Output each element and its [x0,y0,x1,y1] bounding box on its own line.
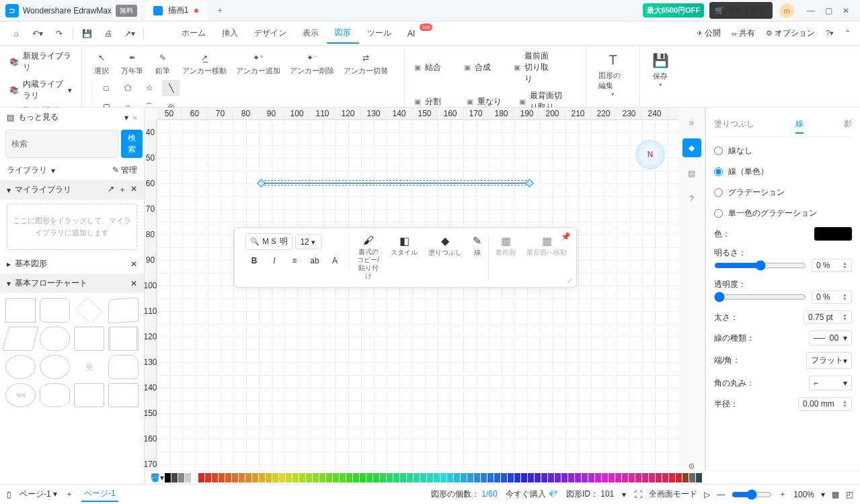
color-swatch[interactable] [588,473,594,482]
opt-noline[interactable]: 線なし [714,144,852,158]
menu-ai[interactable]: AIhot [399,25,423,42]
shape-item[interactable] [5,355,36,379]
color-swatch[interactable] [414,473,420,482]
color-swatch[interactable] [171,473,178,482]
color-swatch[interactable] [340,473,346,482]
help-panel-tab[interactable]: ? [682,190,701,208]
color-swatch[interactable] [353,473,359,482]
opacity-value[interactable]: 0 %▲▼ [812,290,852,304]
print-icon[interactable]: 🖨 [97,24,119,43]
color-swatch[interactable] [286,473,292,482]
color-swatch[interactable] [252,473,258,482]
zoom-in[interactable]: ＋ [779,489,787,500]
canvas[interactable]: N 📌 🔍 ＭＳ 明 12 ▾ B I ≡ ab A [157,120,678,482]
color-swatch[interactable] [185,473,191,482]
bring-front-button[interactable]: ▦最前面 [492,233,520,258]
line-shape[interactable]: ╲ [162,80,180,96]
color-swatch[interactable] [508,473,514,482]
color-swatch[interactable] [319,473,325,482]
grid-icon[interactable]: ▦ [832,490,839,499]
new-library-button[interactable]: 📚 新規ライブラリ [5,48,76,75]
ai-assistant-badge[interactable]: N [635,140,665,169]
shape-item[interactable] [108,355,139,379]
menu-home[interactable]: ホーム [173,24,214,43]
opt-gradient[interactable]: グラデーション [714,185,852,200]
shape-item[interactable] [74,383,104,407]
import-icon[interactable]: ↗ [108,184,114,196]
brightness-slider[interactable] [714,260,806,271]
color-swatch[interactable] [407,473,413,482]
fill-tab[interactable]: 塗りつぶし [714,116,754,134]
fontsize-select[interactable]: 12 ▾ [295,235,322,249]
combine-button[interactable]: ▣ 合成 [460,48,508,87]
color-swatch[interactable] [326,473,332,482]
drop-zone[interactable]: ここに図形をドラッグして、マイライブラリに追加します [7,204,137,250]
front-crop-button[interactable]: ▣ 最前面切り取り [510,48,558,87]
add-page-button[interactable]: ＋ [65,489,73,500]
remove-icon[interactable]: ✕ [130,184,137,196]
color-swatch[interactable] [447,473,453,482]
color-swatch[interactable] [814,227,852,241]
zoom-value[interactable]: 100% [793,490,814,499]
color-swatch[interactable] [656,473,662,482]
color-swatch[interactable] [568,473,574,482]
anchor-toggle-tool[interactable]: ⇄アンカー切替 [340,48,392,79]
shape-item[interactable] [108,383,139,407]
color-swatch[interactable] [434,473,440,482]
close-button[interactable]: ✕ [837,2,855,19]
select-tool[interactable]: ↖選択 [87,48,116,79]
shape-id-dropdown[interactable]: ▾ [622,490,626,499]
collapse-left-panel[interactable]: « [132,113,137,122]
color-swatch[interactable] [696,473,702,482]
color-swatch[interactable] [219,473,225,482]
opt-solid[interactable]: 線（単色） [714,165,852,179]
radius-value[interactable]: 0.00 mm▲▼ [798,397,852,411]
style-button[interactable]: ◧スタイル [387,233,422,258]
font-select[interactable]: 🔍 ＭＳ 明 [245,233,292,250]
color-swatch[interactable] [387,473,393,482]
color-swatch[interactable] [299,473,305,482]
close-icon[interactable]: ✕ [130,259,137,269]
color-swatch[interactable] [669,473,675,482]
color-swatch[interactable] [521,473,527,482]
color-swatch[interactable] [306,473,312,482]
undo-button[interactable]: ↶▾ [27,24,48,43]
shape-item[interactable] [40,383,70,407]
more-button[interactable]: もっと見る [18,112,120,123]
color-swatch[interactable] [629,473,635,482]
shadow-tab[interactable]: 影 [844,116,852,134]
color-swatch[interactable] [205,473,211,482]
shape-item[interactable] [108,327,139,351]
brightness-value[interactable]: 0 %▲▼ [812,259,852,272]
line-style-button[interactable]: ✎線 [469,233,485,258]
edit-shape-button[interactable]: T図形の編集▾ [592,48,634,101]
thickness-value[interactable]: 0.75 pt▲▼ [804,310,852,324]
shape-item[interactable]: 웃 [74,355,104,379]
promo-banner[interactable]: 最大6500円OFF [643,3,704,17]
color-swatch[interactable] [548,473,554,482]
search-input[interactable] [5,130,118,158]
color-swatch[interactable] [380,473,386,482]
page-tab[interactable]: ページ-1 [81,487,118,502]
color-swatch[interactable] [602,473,608,482]
star-shape[interactable]: ☆ [141,80,158,96]
color-swatch[interactable] [346,473,352,482]
page-dropdown[interactable]: ページ-1 ▾ [19,489,57,500]
color-swatch[interactable] [198,473,204,482]
export-icon[interactable]: ↗▾ [119,24,141,43]
color-swatch[interactable] [609,473,615,482]
color-swatch[interactable] [239,473,245,482]
color-swatch[interactable] [676,473,682,482]
close-icon[interactable]: ✕ [130,279,137,288]
shape-item[interactable] [40,298,70,323]
shape-item[interactable] [75,297,102,324]
color-swatch[interactable] [272,473,278,482]
color-swatch[interactable] [313,473,319,482]
expand-right-panel[interactable]: » [682,113,701,132]
align-button[interactable]: ≡ [286,253,303,269]
mylib-section[interactable]: ▾マイライブラリ ↗ ＋ ✕ [0,180,144,200]
save-icon[interactable]: 💾 [76,24,97,43]
color-swatch[interactable] [535,473,541,482]
cap-select[interactable]: フラット ▾ [806,352,852,369]
color-swatch[interactable] [245,473,251,482]
